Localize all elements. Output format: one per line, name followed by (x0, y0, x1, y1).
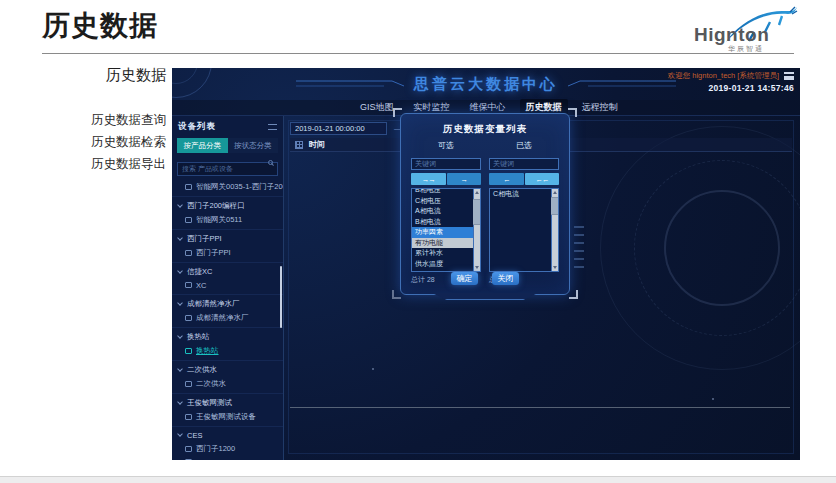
scrollbar-thumb[interactable] (473, 199, 480, 225)
list-item[interactable]: B相电压 (412, 188, 473, 196)
listbox-scrollbar[interactable] (551, 189, 558, 271)
tree-group[interactable]: 换热站 (172, 327, 283, 344)
list-item[interactable]: 累计补水 (412, 248, 473, 259)
tab-remote-control[interactable]: 远程控制 (576, 99, 624, 116)
move-all-right-button[interactable]: →→ (411, 173, 446, 185)
available-search-input[interactable] (411, 158, 481, 170)
tree-group-label: 成都清然净水厂 (187, 299, 240, 309)
tree-group[interactable]: 二次供水 (172, 360, 283, 377)
list-item[interactable]: B相电流 (412, 217, 473, 228)
tree-group[interactable]: 西门子PPI (172, 229, 283, 246)
chevron-down-icon (177, 300, 183, 306)
tree-item[interactable]: 王俊敏网测试设备 (172, 410, 283, 424)
tree-group-label: 西门子200编程口 (187, 201, 245, 211)
tree-group-label: 换热站 (187, 332, 210, 342)
side-nav-heading: 历史数据 (0, 66, 166, 85)
tree-item-label: 王俊敏网测试设备 (196, 412, 256, 422)
list-item[interactable]: 供水温度 (412, 259, 473, 270)
selected-listbox: C相电流 (489, 188, 559, 272)
device-icon (185, 348, 192, 354)
device-icon (185, 217, 192, 223)
tree-group-label: 二次供水 (187, 365, 217, 375)
tab-by-product[interactable]: 按产品分类 (177, 138, 228, 153)
tree-item-label: 智能网关0511 (196, 215, 242, 225)
collapse-icon[interactable] (268, 124, 277, 130)
device-icon (185, 381, 192, 387)
modal-panel: 历史数据变量列表 可选 →→ → B相电压 C相电压 (400, 113, 570, 295)
chevron-down-icon (177, 235, 183, 241)
variable-list-modal: 历史数据变量列表 可选 →→ → B相电压 C相电压 (400, 113, 570, 295)
welcome-text: 欢迎您 hignton_tech [系统管理员] (668, 71, 779, 81)
tree-group[interactable]: CES (172, 426, 283, 442)
side-nav-item-query[interactable]: 历史数据查询 (0, 109, 166, 131)
available-listbox: B相电压 C相电压 A相电流 B相电流 功率因素 有功电能 累计补水 供水温度 (411, 188, 481, 272)
company-logo: Hignton 华辰智通 (688, 8, 800, 52)
move-one-left-button[interactable]: ← (489, 173, 524, 185)
modal-title: 历史数据变量列表 (401, 123, 569, 136)
menu-icon[interactable] (784, 72, 794, 80)
user-info-block: 欢迎您 hignton_tech [系统管理员] 2019-01-21 14:5… (668, 71, 794, 93)
move-all-left-button[interactable]: ←← (525, 173, 560, 185)
chevron-down-icon (177, 399, 183, 405)
device-tree: 智能网关0035-1-西门子200 西门子200编程口 智能网关0511 西门子… (172, 180, 283, 461)
panel-scrollbar[interactable] (280, 266, 282, 328)
device-icon (185, 459, 192, 460)
tree-group-label: CES (187, 431, 202, 440)
device-panel-tabs: 按产品分类 按状态分类 (177, 138, 278, 153)
move-one-right-button[interactable]: → (447, 173, 482, 185)
page-title: 历史数据 (42, 7, 158, 45)
tree-group[interactable]: 信捷XC (172, 262, 283, 279)
device-search-input[interactable] (177, 162, 278, 176)
modal-buttons: 确定 关闭 (401, 272, 569, 285)
tree-group[interactable]: 王俊敏网测试 (172, 393, 283, 410)
device-icon (185, 446, 192, 452)
tree-item-label: XC (196, 281, 206, 290)
available-column: 可选 →→ → B相电压 C相电压 A相电流 B相电流 (411, 140, 481, 285)
side-nav-item-search[interactable]: 历史数据检索 (0, 131, 166, 153)
selected-search-input[interactable] (489, 158, 559, 170)
tree-item[interactable]: 031 (172, 456, 283, 461)
list-item[interactable]: C相电压 (412, 196, 473, 207)
dashboard-screenshot: 思普云大数据中心 欢迎您 hignton_tech [系统管理员] 2019-0… (172, 68, 800, 460)
grid-icon (295, 141, 303, 149)
tree-group[interactable]: 西门子200编程口 (172, 196, 283, 213)
device-icon (185, 184, 192, 190)
tree-item[interactable]: 智能网关0035-1-西门子200 (172, 180, 283, 194)
listbox-scrollbar[interactable] (473, 189, 480, 271)
slide-side-nav: 历史数据 历史数据查询 历史数据检索 历史数据导出 (0, 66, 166, 175)
tree-item-label: 西门子PPI (196, 248, 231, 258)
tree-item-label: 智能网关0035-1-西门子200 (196, 182, 283, 192)
device-list-panel: 设备列表 按产品分类 按状态分类 智能网关0035-1-西门子200 西门子20… (172, 116, 284, 460)
tree-item[interactable]: 成都清然净水厂 (172, 311, 283, 325)
list-item-highlighted[interactable]: 有功电能 (412, 238, 473, 249)
tree-group[interactable]: 成都清然净水厂 (172, 294, 283, 311)
corner-bracket-icon (569, 290, 578, 299)
tree-item[interactable]: 智能网关0511 (172, 213, 283, 227)
header-right-decoration (566, 78, 676, 90)
tree-item[interactable]: XC (172, 279, 283, 292)
slide-footer-bar (0, 476, 836, 483)
chevron-down-icon (177, 431, 183, 437)
side-nav-item-export[interactable]: 历史数据导出 (0, 153, 166, 175)
confirm-button[interactable]: 确定 (451, 272, 478, 285)
device-icon (185, 282, 192, 288)
close-button[interactable]: 关闭 (492, 272, 519, 285)
list-item[interactable]: A相电流 (412, 206, 473, 217)
date-from-input[interactable] (290, 122, 387, 135)
device-icon (185, 250, 192, 256)
title-divider (42, 53, 794, 54)
tree-item-selected[interactable]: 换热站 (172, 344, 283, 358)
table-header-time: 时间 (309, 139, 325, 150)
tree-item-label: 成都清然净水厂 (196, 313, 249, 323)
slide: 历史数据 Hignton 华辰智通 历史数据 历史数据查询 历史数据检索 历史数… (0, 0, 836, 483)
device-search (177, 157, 278, 176)
list-item[interactable]: C相电流 (490, 189, 551, 200)
scrollbar-thumb[interactable] (551, 197, 558, 215)
tree-item[interactable]: 二次供水 (172, 377, 283, 391)
list-item-selected[interactable]: 功率因素 (412, 227, 473, 238)
selected-column: 已选 ← ←← C相电流 总计 1 (489, 140, 559, 285)
tree-item[interactable]: 西门子1200 (172, 442, 283, 456)
tree-item[interactable]: 西门子PPI (172, 246, 283, 260)
tree-item-label: 031 (196, 458, 209, 461)
tab-by-status[interactable]: 按状态分类 (228, 138, 279, 153)
